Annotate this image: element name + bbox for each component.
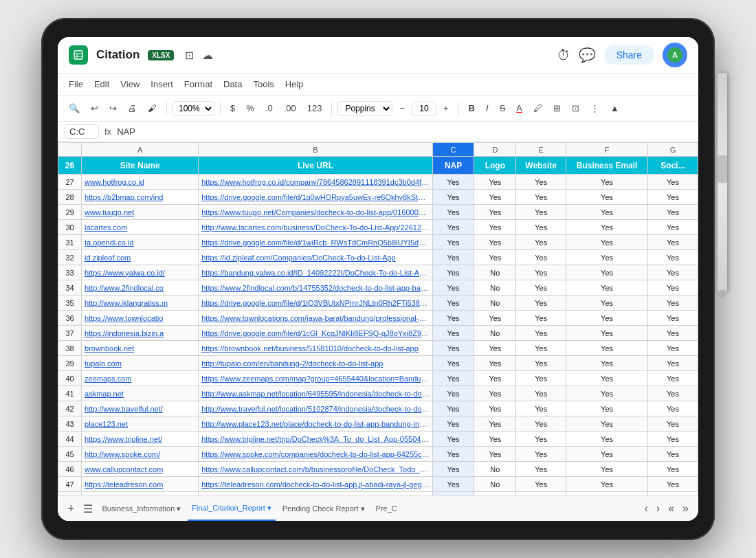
- cell-live-url: https://drive.google.com/file/d/1q0wHQRp…: [199, 190, 432, 205]
- bold-btn[interactable]: B: [465, 100, 479, 116]
- row-num-header: 26: [58, 157, 82, 175]
- tab-menu-button[interactable]: ☰: [80, 502, 96, 515]
- font-select[interactable]: Poppins: [337, 101, 392, 116]
- tab-page-left[interactable]: «: [665, 502, 677, 515]
- row-num: 40: [58, 371, 82, 386]
- currency-btn[interactable]: $: [226, 100, 239, 116]
- font-size-minus[interactable]: −: [395, 100, 409, 116]
- dec-less-btn[interactable]: .0: [261, 100, 277, 116]
- tab-page-right[interactable]: »: [680, 502, 691, 515]
- cell-reference[interactable]: C:C: [65, 124, 99, 139]
- tab-pending-check[interactable]: Pending Check Report ▾: [278, 496, 369, 521]
- cell-live-url: http://www.place123.net/place/docheck-to…: [199, 416, 432, 432]
- cell-nap: Yes: [432, 220, 474, 235]
- menu-format[interactable]: Format: [184, 78, 212, 91]
- tab-nav-left[interactable]: ‹: [642, 502, 651, 515]
- cell-biz-email: Yes: [566, 341, 648, 356]
- add-tab-button[interactable]: +: [65, 502, 78, 516]
- cell-live-url: https://www.hotfrog.co.id/company/786458…: [199, 175, 432, 190]
- col-header-c[interactable]: C: [432, 143, 474, 157]
- dec-more-btn[interactable]: .00: [280, 100, 300, 116]
- tablet-screen: Citation XLSX ⊡ ☁ ⏱ 💬 Share A File Edit …: [58, 37, 698, 521]
- cell-soci: Yes: [647, 341, 698, 356]
- number-format-btn[interactable]: 123: [303, 100, 326, 116]
- cell-live-url: https://id.zipleaf.com/Companies/DoCheck…: [199, 250, 432, 265]
- tab-final-citation[interactable]: Final_Citation_Report ▾: [188, 496, 275, 521]
- cell-site-name: tupalo.com: [82, 356, 199, 371]
- cell-soci: Yes: [647, 190, 698, 205]
- cell-live-url: https://brownbook.net/business/51581010/…: [199, 341, 432, 356]
- menu-tools[interactable]: Tools: [253, 78, 274, 91]
- tab-nav-right[interactable]: ›: [654, 502, 663, 515]
- cell-logo: Yes: [474, 311, 516, 326]
- cell-logo: Yes: [474, 205, 516, 220]
- xlsx-badge: XLSX: [148, 50, 174, 60]
- undo-btn[interactable]: ↩: [87, 100, 102, 116]
- cell-website: Yes: [516, 401, 566, 416]
- highlight-btn[interactable]: 🖊: [529, 100, 546, 116]
- col-header-f[interactable]: F: [566, 143, 648, 157]
- cell-site-name: www.hotfrog.co.id: [82, 175, 199, 190]
- cell-website: Yes: [516, 386, 566, 401]
- merge-btn[interactable]: ⊡: [568, 100, 583, 116]
- font-size-plus[interactable]: +: [439, 100, 453, 116]
- cell-soci: Yes: [647, 386, 698, 401]
- italic-btn[interactable]: I: [482, 100, 493, 116]
- more-btn[interactable]: ⋮: [586, 100, 603, 116]
- cell-website: Yes: [516, 280, 566, 295]
- header-logo: Logo: [474, 157, 516, 175]
- history-icon[interactable]: ⏱: [557, 47, 570, 63]
- tab-pre-c[interactable]: Pre_C: [372, 496, 401, 521]
- cell-biz-email: Yes: [566, 235, 648, 250]
- col-header-b[interactable]: B: [199, 143, 432, 157]
- search-btn[interactable]: 🔍: [65, 100, 84, 116]
- menu-help[interactable]: Help: [285, 78, 304, 91]
- print-btn[interactable]: 🖨: [124, 100, 141, 116]
- cell-website: Yes: [516, 416, 566, 432]
- cell-soci: Yes: [647, 280, 698, 295]
- col-header-e[interactable]: E: [516, 143, 566, 157]
- cell-biz-email: Yes: [566, 175, 648, 190]
- cell-site-name: http://www.travelful.net/: [82, 401, 199, 416]
- strikethrough-btn[interactable]: S: [496, 100, 510, 116]
- menu-view[interactable]: View: [120, 78, 140, 91]
- chat-icon[interactable]: 💬: [579, 47, 596, 63]
- share-button[interactable]: Share: [604, 45, 654, 65]
- avatar: A: [663, 43, 687, 67]
- row-num: 45: [58, 447, 82, 462]
- cell-site-name: https://indonesia.bizin.a: [82, 326, 199, 341]
- cell-logo: Yes: [474, 356, 516, 371]
- row-num: 31: [58, 235, 82, 250]
- border-btn[interactable]: ⊞: [549, 100, 565, 116]
- text-color-btn[interactable]: A: [512, 100, 526, 116]
- cell-logo: No: [474, 462, 516, 477]
- cell-logo: Yes: [474, 235, 516, 250]
- col-header-g[interactable]: G: [647, 143, 698, 157]
- menu-edit[interactable]: Edit: [94, 78, 109, 91]
- paint-format-btn[interactable]: 🖌: [144, 100, 161, 116]
- col-header-d[interactable]: D: [474, 143, 516, 157]
- cell-website: Yes: [516, 356, 566, 371]
- cell-logo: Yes: [474, 250, 516, 265]
- zoom-select[interactable]: 100%: [173, 101, 214, 116]
- tab-business-info[interactable]: Business_Information ▾: [98, 496, 186, 521]
- font-size-input[interactable]: [412, 102, 436, 115]
- sync-icon: ☁: [202, 49, 213, 62]
- sheet-table-wrapper[interactable]: A B C D E F G 26 Site Name Live URL NAP: [58, 142, 698, 495]
- cell-site-name: http://www.2findlocal.co: [82, 280, 199, 295]
- menu-data[interactable]: Data: [223, 78, 242, 91]
- cell-nap: Yes: [432, 356, 474, 371]
- collapse-btn[interactable]: ▲: [606, 100, 623, 116]
- menu-file[interactable]: File: [69, 78, 83, 91]
- cell-site-name: id.zipleaf.com: [82, 250, 199, 265]
- cell-soci: Yes: [647, 401, 698, 416]
- cell-site-name: zeemaps.com: [82, 371, 199, 386]
- cell-soci: Yes: [647, 175, 698, 190]
- cell-biz-email: Yes: [566, 386, 648, 401]
- percent-btn[interactable]: %: [242, 100, 258, 116]
- col-header-a[interactable]: A: [82, 143, 199, 157]
- file-title: Citation: [96, 48, 140, 62]
- cell-site-name: https://b2bmap.com/ind: [82, 190, 199, 205]
- menu-insert[interactable]: Insert: [151, 78, 173, 91]
- redo-btn[interactable]: ↪: [105, 100, 121, 116]
